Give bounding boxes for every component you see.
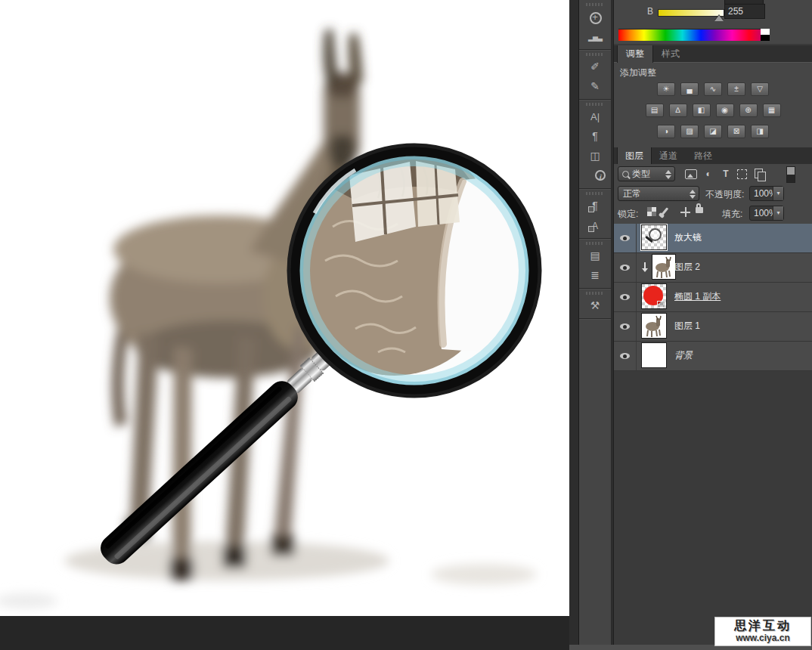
- blue-value-box[interactable]: 255: [724, 4, 765, 19]
- lock-transparency-icon[interactable]: [647, 207, 656, 216]
- levels-icon[interactable]: [680, 82, 699, 96]
- layer-name[interactable]: 图层 2: [674, 253, 700, 281]
- dock-grip[interactable]: [586, 3, 604, 6]
- dropdown-arrow-icon[interactable]: ▾: [773, 187, 783, 200]
- layer-row-layer1[interactable]: 图层 1: [614, 312, 812, 342]
- invert-icon[interactable]: [657, 125, 675, 138]
- dock-grip[interactable]: [586, 242, 604, 245]
- lock-position-icon[interactable]: [680, 207, 690, 217]
- visibility-toggle[interactable]: [614, 342, 637, 370]
- blend-mode-combo[interactable]: 正常: [618, 186, 699, 201]
- hue-saturation-icon[interactable]: [646, 104, 664, 117]
- character-panel-icon[interactable]: [579, 107, 611, 127]
- layer-list: 放大镜 图层 2 椭圆 1 副本: [614, 224, 812, 371]
- brightness-contrast-icon[interactable]: [657, 82, 675, 96]
- visibility-toggle[interactable]: [614, 224, 637, 252]
- watermark-title: 思洋互动: [715, 618, 810, 633]
- fill-value-box[interactable]: 100% ▾: [749, 206, 784, 221]
- layer-thumbnail[interactable]: [641, 342, 667, 368]
- eye-icon: [620, 323, 630, 330]
- tab-layers[interactable]: 图层: [617, 147, 652, 165]
- navigator-icon[interactable]: [579, 8, 611, 27]
- updown-arrows-icon: [690, 189, 696, 200]
- brush-panel-icon[interactable]: [579, 77, 611, 97]
- type-layer-filter-icon[interactable]: T: [719, 168, 733, 180]
- selective-color-icon[interactable]: [727, 125, 745, 138]
- photo-filter-icon[interactable]: [716, 104, 734, 117]
- gradient-map-icon[interactable]: [751, 125, 769, 138]
- posterize-icon[interactable]: [680, 125, 699, 138]
- layer-thumbnail[interactable]: [641, 224, 667, 250]
- layer-name[interactable]: 图层 1: [674, 312, 700, 340]
- tab-paths[interactable]: 路径: [686, 147, 720, 165]
- layer-thumbnail[interactable]: [641, 313, 667, 339]
- exposure-icon[interactable]: [727, 82, 745, 96]
- search-icon: [622, 171, 629, 178]
- opacity-value-box[interactable]: 100% ▾: [749, 186, 784, 201]
- black-white-icon[interactable]: [693, 104, 711, 117]
- eye-icon: [620, 294, 630, 300]
- color-lookup-icon[interactable]: [763, 104, 781, 117]
- black-swatch[interactable]: [761, 35, 770, 41]
- dock-grip[interactable]: [586, 192, 604, 195]
- info-panel-icon[interactable]: [579, 166, 611, 186]
- blue-slider-thumb[interactable]: [714, 15, 724, 21]
- threshold-icon[interactable]: [704, 125, 722, 138]
- tool-presets-icon[interactable]: [579, 296, 611, 316]
- character-styles-icon[interactable]: [579, 216, 611, 236]
- tab-adjustments[interactable]: 调整: [617, 45, 653, 63]
- visibility-toggle[interactable]: [614, 253, 637, 282]
- lock-all-icon[interactable]: [696, 207, 703, 213]
- channel-mixer-icon[interactable]: [739, 104, 758, 117]
- smart-object-filter-icon[interactable]: [755, 169, 763, 178]
- brush-presets-icon[interactable]: [579, 57, 611, 77]
- dock-grip[interactable]: [586, 53, 604, 56]
- dropdown-arrow-icon[interactable]: ▾: [773, 206, 783, 220]
- layer-name[interactable]: 放大镜: [674, 224, 702, 252]
- layer-thumbnail[interactable]: [641, 283, 667, 309]
- document-canvas[interactable]: [0, 0, 569, 616]
- color-balance-icon[interactable]: [669, 104, 687, 117]
- dock-grip[interactable]: [586, 292, 604, 295]
- adjustments-panel: 添加调整: [614, 63, 812, 147]
- vibrance-icon[interactable]: [751, 82, 769, 96]
- visibility-toggle[interactable]: [614, 283, 637, 311]
- curves-icon[interactable]: [704, 82, 722, 96]
- updown-arrows-icon: [665, 169, 671, 180]
- layer-comps-icon[interactable]: [579, 246, 611, 266]
- blue-slider-label: B: [647, 6, 653, 17]
- filter-type-label: 类型: [632, 167, 650, 181]
- visibility-toggle[interactable]: [614, 312, 637, 341]
- dock-divider: [579, 318, 611, 319]
- add-adjustment-label: 添加调整: [620, 67, 656, 79]
- adjustment-layer-filter-icon[interactable]: ◐: [702, 168, 715, 180]
- 3d-panel-icon[interactable]: [579, 147, 611, 166]
- layer-row-ellipse-copy[interactable]: 椭圆 1 副本: [614, 283, 812, 312]
- right-panel-dock: B 255 调整 样式 添加调整: [614, 0, 812, 650]
- tab-channels[interactable]: 通道: [652, 147, 685, 165]
- dock-divider: [579, 238, 611, 239]
- dock-divider: [579, 49, 611, 50]
- magnifier-thumb-icon: [649, 228, 662, 241]
- layer-row-background[interactable]: 背景: [614, 342, 812, 371]
- photoshop-window: B 255 调整 样式 添加调整: [0, 0, 812, 650]
- notes-icon[interactable]: [579, 266, 611, 286]
- layer-name[interactable]: 椭圆 1 副本: [674, 283, 721, 311]
- dock-grip[interactable]: [586, 103, 604, 106]
- paragraph-panel-icon[interactable]: [579, 127, 611, 147]
- tab-styles[interactable]: 样式: [653, 45, 688, 63]
- layer-name[interactable]: 背景: [674, 342, 693, 370]
- lock-pixels-icon[interactable]: [662, 207, 668, 215]
- paragraph-styles-icon[interactable]: [579, 197, 611, 216]
- white-swatch[interactable]: [761, 29, 770, 35]
- layer-filter-toggle[interactable]: [786, 166, 795, 183]
- layer-thumbnail[interactable]: [652, 254, 676, 280]
- shape-layer-filter-icon[interactable]: [737, 169, 747, 179]
- layer-row-layer2[interactable]: 图层 2: [614, 253, 812, 283]
- histogram-icon[interactable]: [579, 27, 611, 47]
- pixel-layer-filter-icon[interactable]: [685, 169, 697, 179]
- layer-row-magnifier[interactable]: 放大镜: [614, 224, 812, 253]
- color-spectrum-ramp[interactable]: [618, 29, 761, 41]
- layer-filter-combo[interactable]: 类型: [618, 166, 675, 181]
- pasteboard: [0, 616, 569, 650]
